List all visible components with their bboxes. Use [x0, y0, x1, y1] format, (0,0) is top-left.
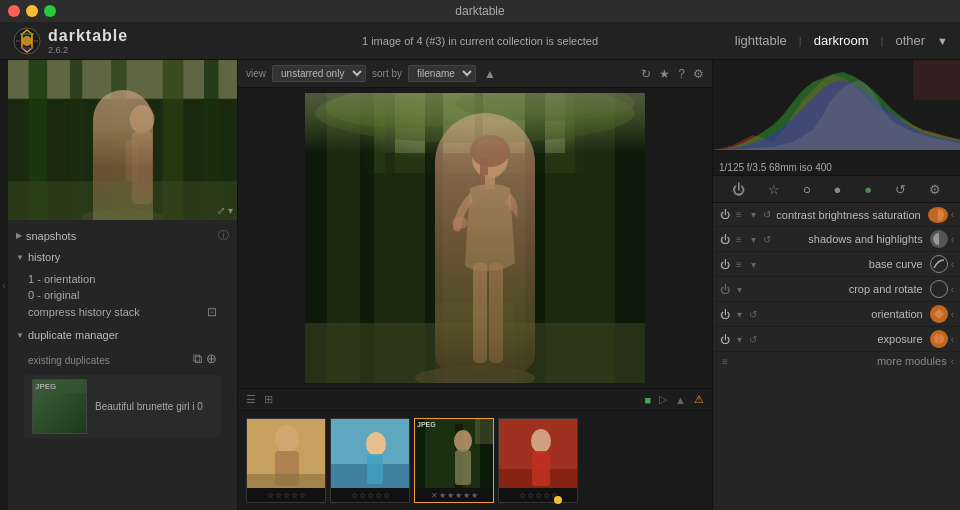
svg-rect-35 [485, 175, 495, 189]
photo-display[interactable] [238, 88, 712, 388]
history-item-0[interactable]: 0 - original [16, 287, 229, 303]
compare-icon[interactable]: ⊞ [264, 393, 273, 406]
warning-icon[interactable]: ⚠ [694, 393, 704, 406]
mod-preset-icon-2[interactable]: ▾ [747, 234, 759, 245]
compress-row: compress history stack ⊡ [16, 303, 229, 321]
history-content: 1 - orientation 0 - original compress hi… [8, 267, 237, 325]
rt-gear-icon[interactable]: ⚙ [929, 182, 941, 197]
rt-dot-icon[interactable]: ● [834, 182, 842, 197]
filmstrip-thumb-4-stars: ☆☆☆☆☆ [499, 488, 577, 502]
dup-settings-btn[interactable]: ⊕ [206, 351, 217, 367]
flag-icon[interactable]: ▷ [659, 393, 667, 406]
thumbnail-expand-icon[interactable]: ⤢ ▾ [217, 205, 233, 216]
dup-manager-header[interactable]: ▼ duplicate manager [8, 325, 237, 345]
filmstrip-icon[interactable]: ☰ [246, 393, 256, 406]
module-list: ⏻ ≡ ▾ ↺ contrast brightness saturation ‹… [713, 203, 960, 510]
svg-rect-6 [111, 60, 126, 220]
rt-rotate-icon[interactable]: ↺ [895, 182, 906, 197]
mod-power-icon-2[interactable]: ⏻ [719, 234, 731, 245]
svg-point-28 [455, 93, 635, 121]
module-btn-contrast[interactable] [928, 207, 948, 223]
module-arrow-exposure[interactable]: ‹ [951, 334, 954, 345]
more-modules-arrow[interactable]: ‹ [951, 356, 954, 367]
histogram-canvas [713, 60, 960, 145]
help-icon[interactable]: ? [678, 67, 685, 81]
module-arrow-crop[interactable]: ‹ [951, 284, 954, 295]
mod-power-icon-3[interactable]: ⏻ [719, 259, 731, 270]
svg-point-33 [470, 135, 510, 167]
dup-copy-btn[interactable]: ⧉ [193, 351, 202, 367]
mod-multi-icon-2[interactable]: ≡ [733, 234, 745, 245]
svg-rect-36 [473, 263, 487, 363]
mod-reset-icon[interactable]: ↺ [761, 209, 773, 220]
history-item-1[interactable]: 1 - orientation [16, 271, 229, 287]
nav-lighttable[interactable]: lighttable [731, 31, 791, 50]
mod-power-icon-5[interactable]: ⏻ [719, 309, 731, 320]
dup-existing-label: existing duplicates [16, 353, 122, 368]
filmstrip-thumb-2[interactable]: ☆☆☆☆☆ [330, 418, 410, 503]
svg-point-56 [531, 429, 551, 453]
snapshots-header[interactable]: ▶ snapshots ⓘ [8, 224, 237, 247]
dup-manager-triangle: ▼ [16, 331, 24, 340]
filmstrip-thumb-3[interactable]: JPEG ✕ ★★★★★ [414, 418, 494, 503]
center-panel: view unstarred only all starred sort by … [238, 60, 712, 510]
module-btn-exposure[interactable] [930, 330, 948, 348]
sort-direction-icon[interactable]: ▲ [484, 67, 496, 81]
snapshots-info-icon[interactable]: ⓘ [218, 228, 229, 243]
module-arrow-shadows[interactable]: ‹ [951, 234, 954, 245]
rotate-icon[interactable]: ↻ [641, 67, 651, 81]
maximize-button[interactable] [44, 5, 56, 17]
mod-multi-icon-3[interactable]: ≡ [733, 259, 745, 270]
rt-power-icon[interactable]: ⏻ [732, 182, 745, 197]
gear-icon[interactable]: ⚙ [693, 67, 704, 81]
svg-rect-9 [8, 181, 237, 220]
nav-other[interactable]: other [891, 31, 929, 50]
more-modules-row[interactable]: ≡ more modules ‹ [713, 352, 960, 370]
mod-multi-icon[interactable]: ≡ [733, 209, 745, 220]
mod-preset-icon-3[interactable]: ▾ [747, 259, 759, 270]
module-arrow-contrast[interactable]: ‹ [951, 209, 954, 220]
module-btn-orientation[interactable] [930, 305, 948, 323]
star-icon[interactable]: ★ [659, 67, 670, 81]
snapshots-label: snapshots [26, 230, 76, 242]
module-arrow-base-curve[interactable]: ‹ [951, 259, 954, 270]
color-picker-icon[interactable]: ■ [644, 394, 651, 406]
module-name-orientation: orientation [762, 308, 927, 320]
rt-green-dot-icon[interactable]: ● [864, 182, 872, 197]
mod-power-icon[interactable]: ⏻ [719, 209, 731, 220]
view-select[interactable]: unstarred only all starred [272, 65, 366, 82]
mod-preset-icon-4[interactable]: ▾ [733, 284, 745, 295]
module-exposure: ⏻ ▾ ↺ exposure ‹ [713, 327, 960, 352]
center-toolbar: view unstarred only all starred sort by … [238, 60, 712, 88]
mod-power-icon-6[interactable]: ⏻ [719, 334, 731, 345]
compress-label: compress history stack [28, 306, 140, 318]
nav-dropdown-arrow[interactable]: ▼ [937, 35, 948, 47]
left-panel-toggle[interactable]: ‹ [0, 60, 8, 510]
sort-select[interactable]: filename date rating [408, 65, 476, 82]
svg-point-52 [454, 430, 472, 452]
left-panel: ⤢ ▾ ▶ snapshots ⓘ ▼ history 1 - orientat… [8, 60, 238, 510]
thumb-indicator-dot [554, 496, 562, 504]
filmstrip-thumb-4[interactable]: ☆☆☆☆☆ [498, 418, 578, 503]
mod-preset-icon-5[interactable]: ▾ [733, 309, 745, 320]
filmstrip-thumb-1[interactable]: ☆☆☆☆☆ [246, 418, 326, 503]
mod-reset-icon-6[interactable]: ↺ [747, 334, 759, 345]
mod-preset-icon[interactable]: ▾ [747, 209, 759, 220]
compress-icon[interactable]: ⊡ [207, 305, 217, 319]
minimize-button[interactable] [26, 5, 38, 17]
overexpose-icon[interactable]: ▲ [675, 394, 686, 406]
close-button[interactable] [8, 5, 20, 17]
rt-circle-icon[interactable]: ○ [803, 182, 811, 197]
rt-star-icon[interactable]: ☆ [768, 182, 780, 197]
module-btn-shadows[interactable] [930, 230, 948, 248]
module-arrow-orientation[interactable]: ‹ [951, 309, 954, 320]
mod-reset-icon-2[interactable]: ↺ [761, 234, 773, 245]
module-btn-base-curve[interactable] [930, 255, 948, 273]
more-modules-icon: ≡ [719, 356, 731, 367]
mod-preset-icon-6[interactable]: ▾ [733, 334, 745, 345]
history-header[interactable]: ▼ history [8, 247, 237, 267]
module-btn-crop[interactable] [930, 280, 948, 298]
mod-power-icon-4[interactable]: ⏻ [719, 284, 731, 295]
mod-reset-icon-5[interactable]: ↺ [747, 309, 759, 320]
nav-darkroom[interactable]: darkroom [810, 31, 873, 50]
